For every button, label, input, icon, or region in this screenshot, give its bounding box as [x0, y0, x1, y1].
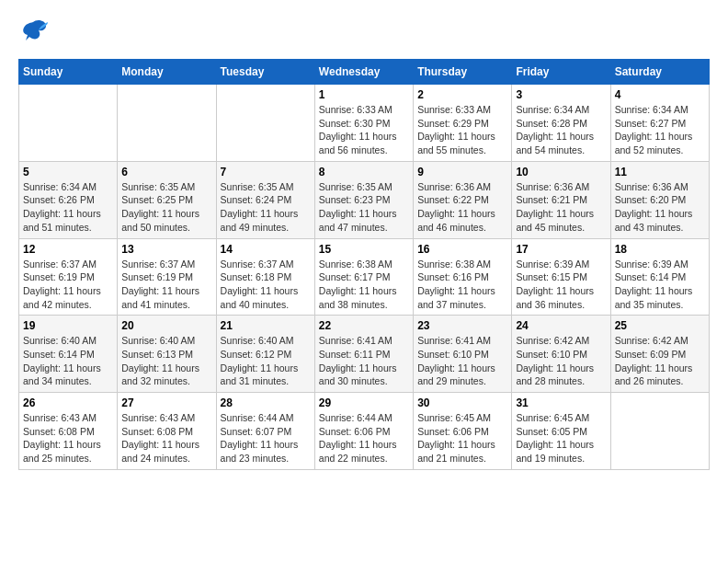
- logo: [18, 18, 51, 50]
- calendar-day-cell: 6 Sunrise: 6:35 AM Sunset: 6:25 PM Dayli…: [118, 161, 216, 238]
- calendar-day-cell: 14 Sunrise: 6:37 AM Sunset: 6:18 PM Dayl…: [216, 238, 314, 316]
- day-info: Sunrise: 6:45 AM Sunset: 6:05 PM Dayligh…: [516, 411, 606, 465]
- daylight: Daylight: 11 hours and 25 minutes.: [23, 439, 101, 464]
- day-info: Sunrise: 6:40 AM Sunset: 6:13 PM Dayligh…: [121, 334, 211, 388]
- sunrise: Sunrise: 6:36 AM: [615, 181, 688, 192]
- sunset: Sunset: 6:19 PM: [121, 271, 193, 282]
- calendar-week-row: 1 Sunrise: 6:33 AM Sunset: 6:30 PM Dayli…: [19, 85, 710, 162]
- daylight: Daylight: 11 hours and 38 minutes.: [319, 285, 397, 310]
- calendar-day-cell: 23 Sunrise: 6:41 AM Sunset: 6:10 PM Dayl…: [414, 316, 512, 393]
- sunrise: Sunrise: 6:40 AM: [23, 335, 97, 346]
- day-number: 28: [221, 396, 311, 409]
- calendar-day-cell: 17 Sunrise: 6:39 AM Sunset: 6:15 PM Dayl…: [512, 238, 610, 316]
- day-number: 16: [417, 243, 507, 256]
- sunrise: Sunrise: 6:43 AM: [23, 412, 97, 423]
- day-number: 18: [615, 243, 705, 256]
- sunrise: Sunrise: 6:41 AM: [417, 335, 491, 346]
- sunrise: Sunrise: 6:43 AM: [121, 412, 195, 423]
- day-info: Sunrise: 6:39 AM Sunset: 6:15 PM Dayligh…: [516, 258, 606, 312]
- day-info: Sunrise: 6:37 AM Sunset: 6:18 PM Dayligh…: [221, 258, 311, 312]
- calendar-week-row: 12 Sunrise: 6:37 AM Sunset: 6:19 PM Dayl…: [19, 238, 710, 316]
- calendar-day-cell: 16 Sunrise: 6:38 AM Sunset: 6:16 PM Dayl…: [414, 238, 512, 316]
- page-header: [18, 18, 710, 50]
- day-of-week-header: Wednesday: [314, 60, 413, 85]
- sunset: Sunset: 6:28 PM: [516, 118, 587, 129]
- daylight: Daylight: 11 hours and 21 minutes.: [417, 439, 495, 464]
- calendar-day-cell: 19 Sunrise: 6:40 AM Sunset: 6:14 PM Dayl…: [19, 316, 118, 393]
- day-of-week-header: Thursday: [414, 60, 512, 85]
- sunset: Sunset: 6:06 PM: [319, 426, 391, 437]
- calendar-day-cell: 25 Sunrise: 6:42 AM Sunset: 6:09 PM Dayl…: [610, 316, 709, 393]
- calendar-day-cell: 30 Sunrise: 6:45 AM Sunset: 6:06 PM Dayl…: [414, 393, 512, 470]
- sunrise: Sunrise: 6:38 AM: [319, 259, 392, 270]
- sunset: Sunset: 6:17 PM: [319, 271, 391, 282]
- day-info: Sunrise: 6:40 AM Sunset: 6:12 PM Dayligh…: [221, 334, 311, 388]
- sunset: Sunset: 6:24 PM: [221, 194, 292, 205]
- day-info: Sunrise: 6:39 AM Sunset: 6:14 PM Dayligh…: [615, 258, 705, 312]
- calendar-day-cell: [610, 393, 709, 470]
- sunrise: Sunrise: 6:38 AM: [417, 259, 491, 270]
- daylight: Daylight: 11 hours and 23 minutes.: [221, 439, 299, 464]
- calendar-week-row: 5 Sunrise: 6:34 AM Sunset: 6:26 PM Dayli…: [19, 161, 710, 238]
- day-number: 21: [221, 319, 311, 332]
- day-number: 26: [23, 396, 113, 409]
- sunrise: Sunrise: 6:45 AM: [417, 412, 491, 423]
- day-info: Sunrise: 6:40 AM Sunset: 6:14 PM Dayligh…: [23, 334, 113, 388]
- day-number: 29: [319, 396, 409, 409]
- daylight: Daylight: 11 hours and 47 minutes.: [319, 208, 397, 233]
- daylight: Daylight: 11 hours and 54 minutes.: [516, 131, 594, 155]
- calendar-day-cell: 15 Sunrise: 6:38 AM Sunset: 6:17 PM Dayl…: [314, 238, 413, 316]
- day-of-week-header: Friday: [512, 60, 610, 85]
- calendar-day-cell: 4 Sunrise: 6:34 AM Sunset: 6:27 PM Dayli…: [610, 85, 709, 162]
- day-number: 31: [516, 396, 606, 409]
- sunset: Sunset: 6:29 PM: [417, 118, 489, 129]
- calendar-day-cell: 29 Sunrise: 6:44 AM Sunset: 6:06 PM Dayl…: [314, 393, 413, 470]
- calendar-day-cell: 27 Sunrise: 6:43 AM Sunset: 6:08 PM Dayl…: [118, 393, 216, 470]
- sunset: Sunset: 6:07 PM: [221, 426, 292, 437]
- day-number: 27: [121, 396, 211, 409]
- day-number: 6: [121, 166, 211, 178]
- day-info: Sunrise: 6:42 AM Sunset: 6:10 PM Dayligh…: [516, 334, 606, 388]
- day-info: Sunrise: 6:44 AM Sunset: 6:07 PM Dayligh…: [221, 411, 311, 465]
- sunrise: Sunrise: 6:37 AM: [23, 259, 97, 270]
- day-info: Sunrise: 6:34 AM Sunset: 6:27 PM Dayligh…: [615, 103, 705, 157]
- daylight: Daylight: 11 hours and 32 minutes.: [121, 362, 199, 387]
- daylight: Daylight: 11 hours and 26 minutes.: [615, 362, 693, 387]
- day-number: 10: [516, 166, 606, 178]
- calendar-day-cell: 1 Sunrise: 6:33 AM Sunset: 6:30 PM Dayli…: [314, 85, 413, 162]
- sunrise: Sunrise: 6:39 AM: [516, 259, 589, 270]
- day-number: 11: [615, 166, 705, 178]
- calendar-day-cell: 22 Sunrise: 6:41 AM Sunset: 6:11 PM Dayl…: [314, 316, 413, 393]
- calendar-day-cell: [118, 85, 216, 162]
- daylight: Daylight: 11 hours and 28 minutes.: [516, 362, 594, 387]
- calendar-day-cell: 28 Sunrise: 6:44 AM Sunset: 6:07 PM Dayl…: [216, 393, 314, 470]
- day-number: 25: [615, 319, 705, 332]
- day-number: 9: [417, 166, 507, 178]
- day-info: Sunrise: 6:38 AM Sunset: 6:17 PM Dayligh…: [319, 258, 409, 312]
- daylight: Daylight: 11 hours and 29 minutes.: [417, 362, 495, 387]
- sunset: Sunset: 6:14 PM: [615, 271, 687, 282]
- daylight: Daylight: 11 hours and 46 minutes.: [417, 208, 495, 233]
- daylight: Daylight: 11 hours and 22 minutes.: [319, 439, 397, 464]
- sunset: Sunset: 6:15 PM: [516, 271, 587, 282]
- sunset: Sunset: 6:10 PM: [516, 349, 587, 360]
- sunrise: Sunrise: 6:40 AM: [221, 335, 294, 346]
- sunset: Sunset: 6:10 PM: [417, 349, 489, 360]
- sunset: Sunset: 6:21 PM: [516, 194, 587, 205]
- sunrise: Sunrise: 6:33 AM: [417, 104, 491, 115]
- day-number: 22: [319, 319, 409, 332]
- calendar-day-cell: 5 Sunrise: 6:34 AM Sunset: 6:26 PM Dayli…: [19, 161, 118, 238]
- calendar-day-cell: 3 Sunrise: 6:34 AM Sunset: 6:28 PM Dayli…: [512, 85, 610, 162]
- calendar-day-cell: 12 Sunrise: 6:37 AM Sunset: 6:19 PM Dayl…: [19, 238, 118, 316]
- day-number: 24: [516, 319, 606, 332]
- sunset: Sunset: 6:05 PM: [516, 426, 587, 437]
- day-info: Sunrise: 6:45 AM Sunset: 6:06 PM Dayligh…: [417, 411, 507, 465]
- sunrise: Sunrise: 6:36 AM: [417, 181, 491, 192]
- sunrise: Sunrise: 6:35 AM: [221, 181, 294, 192]
- calendar-day-cell: 7 Sunrise: 6:35 AM Sunset: 6:24 PM Dayli…: [216, 161, 314, 238]
- day-number: 8: [319, 166, 409, 178]
- day-info: Sunrise: 6:33 AM Sunset: 6:30 PM Dayligh…: [319, 103, 409, 157]
- daylight: Daylight: 11 hours and 36 minutes.: [516, 285, 594, 310]
- calendar-day-cell: 18 Sunrise: 6:39 AM Sunset: 6:14 PM Dayl…: [610, 238, 709, 316]
- day-info: Sunrise: 6:35 AM Sunset: 6:23 PM Dayligh…: [319, 180, 409, 235]
